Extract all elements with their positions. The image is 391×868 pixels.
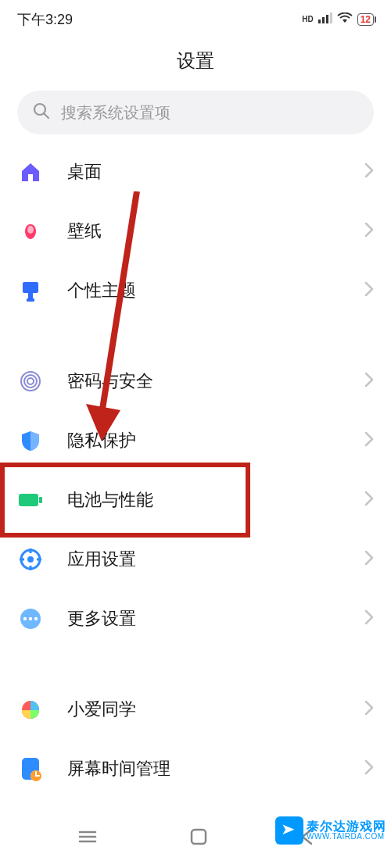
chevron-right-icon <box>364 759 374 778</box>
row-label: 个性主题 <box>67 279 364 302</box>
svg-rect-1 <box>322 17 325 23</box>
svg-rect-20 <box>20 559 24 561</box>
home-icon <box>17 159 44 185</box>
search-icon <box>33 102 50 123</box>
chevron-right-icon <box>364 700 374 719</box>
battery-icon: 12 <box>357 13 374 26</box>
hd-badge: HD <box>302 16 313 23</box>
search-placeholder: 搜索系统设置项 <box>61 102 170 123</box>
chevron-right-icon <box>364 281 374 300</box>
row-label: 桌面 <box>67 160 364 184</box>
fingerprint-icon <box>17 368 44 395</box>
status-right: HD 12 <box>302 13 374 27</box>
chevron-right-icon <box>364 431 374 450</box>
svg-line-5 <box>45 114 49 119</box>
chevron-right-icon <box>364 372 374 391</box>
watermark-url: WWW.TAIRDA.COM <box>307 833 386 841</box>
settings-row-battery[interactable]: 电池与性能 <box>0 470 391 530</box>
settings-row-theme[interactable]: 个性主题 <box>0 261 391 320</box>
svg-rect-14 <box>19 494 38 506</box>
settings-row-apps[interactable]: 应用设置 <box>0 530 391 589</box>
xiaoai-icon <box>17 696 44 723</box>
svg-rect-10 <box>27 298 34 302</box>
svg-point-25 <box>34 617 38 620</box>
status-bar: 下午3:29 HD 12 <box>0 0 391 34</box>
row-label: 隐私保护 <box>67 429 364 452</box>
svg-rect-6 <box>28 174 33 181</box>
nav-home-icon[interactable] <box>190 828 207 848</box>
svg-point-24 <box>29 617 32 620</box>
row-label: 屏幕时间管理 <box>67 757 364 780</box>
page-title: 设置 <box>0 34 391 91</box>
settings-row-xiaoai[interactable]: 小爱同学 <box>0 680 391 739</box>
row-label: 壁纸 <box>67 220 364 243</box>
chevron-right-icon <box>364 163 374 181</box>
chevron-right-icon <box>364 550 374 569</box>
svg-rect-3 <box>330 13 332 23</box>
screentime-icon <box>17 755 44 782</box>
search-wrap: 搜索系统设置项 <box>0 91 391 142</box>
svg-rect-8 <box>23 282 38 293</box>
watermark-name: 泰尔达游戏网 <box>307 820 386 833</box>
more-icon <box>17 605 44 632</box>
svg-rect-15 <box>39 497 42 503</box>
svg-point-23 <box>23 617 27 620</box>
privacy-icon <box>17 427 44 454</box>
svg-rect-21 <box>37 559 41 561</box>
search-input[interactable]: 搜索系统设置项 <box>17 91 374 134</box>
row-label: 应用设置 <box>67 548 364 571</box>
status-time: 下午3:29 <box>17 10 73 29</box>
battery-icon <box>17 487 44 513</box>
svg-rect-19 <box>30 566 32 570</box>
svg-rect-0 <box>318 20 321 23</box>
chevron-right-icon <box>364 609 374 628</box>
row-label: 更多设置 <box>67 607 364 630</box>
nav-recents-icon[interactable] <box>78 830 97 847</box>
svg-point-17 <box>27 556 34 563</box>
settings-row-wallpaper[interactable]: 壁纸 <box>0 202 391 261</box>
watermark: 泰尔达游戏网 WWW.TAIRDA.COM <box>275 816 386 845</box>
svg-point-7 <box>27 226 34 234</box>
svg-rect-34 <box>192 830 206 844</box>
settings-row-home[interactable]: 桌面 <box>0 142 391 202</box>
apps-icon <box>17 546 44 573</box>
svg-point-13 <box>27 378 34 384</box>
settings-row-screentime[interactable]: 屏幕时间管理 <box>0 739 391 798</box>
wallpaper-icon <box>17 218 44 245</box>
svg-rect-2 <box>326 15 328 23</box>
settings-group: 小爱同学 屏幕时间管理 <box>0 680 391 798</box>
settings-group: 桌面 壁纸 个性主题 <box>0 142 391 320</box>
svg-rect-18 <box>30 548 32 553</box>
row-label: 电池与性能 <box>67 488 364 512</box>
settings-list: 桌面 壁纸 个性主题 密码与安全 隐私保护 电池与性能 应用设置 <box>0 142 391 798</box>
settings-row-fingerprint[interactable]: 密码与安全 <box>0 352 391 411</box>
chevron-right-icon <box>364 222 374 241</box>
settings-row-more[interactable]: 更多设置 <box>0 589 391 648</box>
row-label: 小爱同学 <box>67 698 364 721</box>
chevron-right-icon <box>364 491 374 509</box>
settings-row-privacy[interactable]: 隐私保护 <box>0 411 391 470</box>
signal-icon <box>318 13 332 27</box>
settings-group: 密码与安全 隐私保护 电池与性能 应用设置 更多设置 <box>0 352 391 648</box>
wifi-icon <box>337 13 353 27</box>
svg-point-12 <box>24 375 37 388</box>
row-label: 密码与安全 <box>67 370 364 393</box>
watermark-logo-icon <box>275 816 303 845</box>
theme-icon <box>17 277 44 304</box>
